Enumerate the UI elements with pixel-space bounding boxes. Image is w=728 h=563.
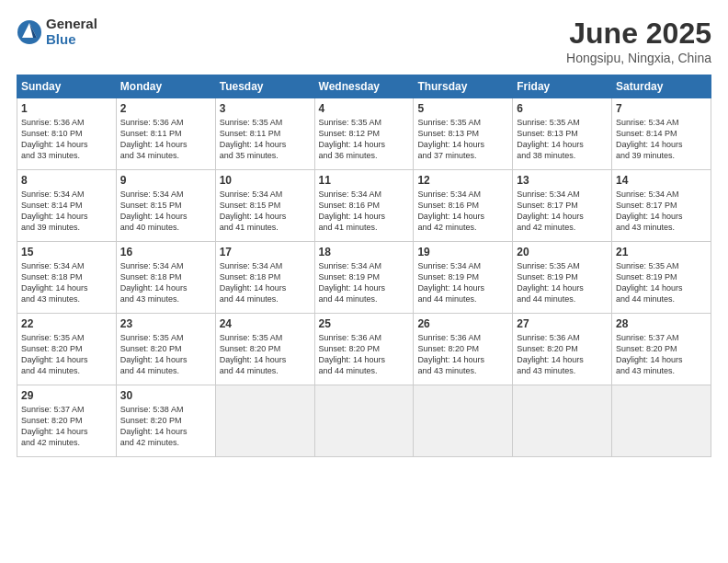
table-row: 15Sunrise: 5:34 AMSunset: 8:18 PMDayligh…	[17, 242, 117, 314]
day-number: 26	[417, 317, 508, 330]
day-number: 6	[517, 102, 608, 115]
day-info: Sunrise: 5:35 AMSunset: 8:19 PMDaylight:…	[517, 261, 584, 304]
day-number: 23	[120, 317, 211, 330]
table-row: 22Sunrise: 5:35 AMSunset: 8:20 PMDayligh…	[17, 314, 117, 385]
day-number: 17	[220, 246, 311, 259]
table-row: 10Sunrise: 5:34 AMSunset: 8:15 PMDayligh…	[215, 170, 314, 242]
header-sunday: Sunday	[17, 75, 117, 98]
day-info: Sunrise: 5:34 AMSunset: 8:15 PMDaylight:…	[220, 190, 287, 232]
table-row: 23Sunrise: 5:35 AMSunset: 8:20 PMDayligh…	[116, 314, 215, 385]
day-info: Sunrise: 5:34 AMSunset: 8:17 PMDaylight:…	[517, 190, 584, 232]
day-info: Sunrise: 5:35 AMSunset: 8:19 PMDaylight:…	[616, 261, 683, 304]
day-number: 2	[120, 102, 211, 115]
table-row: 13Sunrise: 5:34 AMSunset: 8:17 PMDayligh…	[513, 170, 612, 242]
table-row: 6Sunrise: 5:35 AMSunset: 8:13 PMDaylight…	[513, 98, 612, 170]
table-row: 28Sunrise: 5:37 AMSunset: 8:20 PMDayligh…	[612, 314, 711, 385]
title-block: June 2025 Hongsipu, Ningxia, China	[566, 17, 711, 65]
day-info: Sunrise: 5:34 AMSunset: 8:18 PMDaylight:…	[220, 261, 287, 304]
day-info: Sunrise: 5:35 AMSunset: 8:13 PMDaylight:…	[517, 118, 584, 160]
header-wednesday: Wednesday	[314, 75, 414, 98]
table-row: 27Sunrise: 5:36 AMSunset: 8:20 PMDayligh…	[513, 314, 612, 385]
calendar-week-2: 8Sunrise: 5:34 AMSunset: 8:14 PMDaylight…	[17, 170, 711, 242]
day-info: Sunrise: 5:34 AMSunset: 8:16 PMDaylight:…	[319, 190, 386, 232]
day-number: 18	[319, 246, 410, 259]
table-row	[513, 385, 612, 457]
day-number: 4	[319, 102, 410, 115]
table-row: 7Sunrise: 5:34 AMSunset: 8:14 PMDaylight…	[612, 98, 711, 170]
day-number: 5	[417, 102, 508, 115]
month-title: June 2025	[566, 17, 711, 51]
day-number: 28	[616, 317, 707, 330]
calendar-header-row: Sunday Monday Tuesday Wednesday Thursday…	[17, 75, 711, 98]
header-tuesday: Tuesday	[215, 75, 314, 98]
table-row: 4Sunrise: 5:35 AMSunset: 8:12 PMDaylight…	[314, 98, 414, 170]
table-row: 17Sunrise: 5:34 AMSunset: 8:18 PMDayligh…	[215, 242, 314, 314]
logo-icon	[17, 19, 42, 45]
day-number: 8	[21, 174, 112, 187]
day-info: Sunrise: 5:34 AMSunset: 8:19 PMDaylight:…	[417, 261, 484, 304]
logo: General Blue	[17, 17, 97, 47]
location: Hongsipu, Ningxia, China	[566, 51, 711, 65]
day-number: 30	[120, 389, 211, 402]
day-info: Sunrise: 5:35 AMSunset: 8:20 PMDaylight:…	[120, 333, 188, 375]
table-row	[314, 385, 414, 457]
day-number: 25	[319, 317, 410, 330]
day-info: Sunrise: 5:35 AMSunset: 8:20 PMDaylight:…	[21, 333, 88, 375]
day-info: Sunrise: 5:34 AMSunset: 8:18 PMDaylight:…	[21, 261, 88, 304]
day-number: 19	[417, 246, 508, 259]
day-info: Sunrise: 5:37 AMSunset: 8:20 PMDaylight:…	[616, 333, 683, 375]
logo-general: General	[46, 17, 97, 32]
logo-text: General Blue	[46, 17, 97, 47]
calendar-week-4: 22Sunrise: 5:35 AMSunset: 8:20 PMDayligh…	[17, 314, 711, 385]
header-monday: Monday	[116, 75, 215, 98]
day-info: Sunrise: 5:36 AMSunset: 8:20 PMDaylight:…	[417, 333, 484, 375]
day-info: Sunrise: 5:35 AMSunset: 8:12 PMDaylight:…	[319, 118, 386, 160]
calendar-week-3: 15Sunrise: 5:34 AMSunset: 8:18 PMDayligh…	[17, 242, 711, 314]
table-row: 19Sunrise: 5:34 AMSunset: 8:19 PMDayligh…	[414, 242, 513, 314]
table-row: 2Sunrise: 5:36 AMSunset: 8:11 PMDaylight…	[116, 98, 215, 170]
day-number: 10	[220, 174, 311, 187]
calendar-table: Sunday Monday Tuesday Wednesday Thursday…	[17, 75, 711, 457]
table-row: 20Sunrise: 5:35 AMSunset: 8:19 PMDayligh…	[513, 242, 612, 314]
table-row	[215, 385, 314, 457]
table-row: 8Sunrise: 5:34 AMSunset: 8:14 PMDaylight…	[17, 170, 117, 242]
day-number: 20	[517, 246, 608, 259]
day-number: 12	[417, 174, 508, 187]
day-info: Sunrise: 5:38 AMSunset: 8:20 PMDaylight:…	[120, 405, 188, 447]
day-info: Sunrise: 5:34 AMSunset: 8:15 PMDaylight:…	[120, 190, 188, 232]
day-number: 22	[21, 317, 112, 330]
day-info: Sunrise: 5:35 AMSunset: 8:11 PMDaylight:…	[220, 118, 287, 160]
day-number: 24	[220, 317, 311, 330]
day-info: Sunrise: 5:36 AMSunset: 8:10 PMDaylight:…	[21, 118, 88, 160]
table-row: 5Sunrise: 5:35 AMSunset: 8:13 PMDaylight…	[414, 98, 513, 170]
calendar-week-1: 1Sunrise: 5:36 AMSunset: 8:10 PMDaylight…	[17, 98, 711, 170]
day-number: 9	[120, 174, 211, 187]
table-row: 26Sunrise: 5:36 AMSunset: 8:20 PMDayligh…	[414, 314, 513, 385]
table-row: 1Sunrise: 5:36 AMSunset: 8:10 PMDaylight…	[17, 98, 117, 170]
day-number: 7	[616, 102, 707, 115]
day-info: Sunrise: 5:34 AMSunset: 8:14 PMDaylight:…	[616, 118, 683, 160]
table-row: 14Sunrise: 5:34 AMSunset: 8:17 PMDayligh…	[612, 170, 711, 242]
table-row: 18Sunrise: 5:34 AMSunset: 8:19 PMDayligh…	[314, 242, 414, 314]
day-number: 21	[616, 246, 707, 259]
calendar-week-5: 29Sunrise: 5:37 AMSunset: 8:20 PMDayligh…	[17, 385, 711, 457]
day-number: 1	[21, 102, 112, 115]
table-row: 25Sunrise: 5:36 AMSunset: 8:20 PMDayligh…	[314, 314, 414, 385]
header-saturday: Saturday	[612, 75, 711, 98]
day-number: 15	[21, 246, 112, 259]
logo-blue: Blue	[46, 32, 97, 48]
day-number: 11	[319, 174, 410, 187]
table-row	[414, 385, 513, 457]
table-row: 3Sunrise: 5:35 AMSunset: 8:11 PMDaylight…	[215, 98, 314, 170]
day-info: Sunrise: 5:34 AMSunset: 8:18 PMDaylight:…	[120, 261, 188, 304]
day-info: Sunrise: 5:37 AMSunset: 8:20 PMDaylight:…	[21, 405, 88, 447]
day-info: Sunrise: 5:34 AMSunset: 8:17 PMDaylight:…	[616, 190, 683, 232]
table-row: 30Sunrise: 5:38 AMSunset: 8:20 PMDayligh…	[116, 385, 215, 457]
page-container: General Blue June 2025 Hongsipu, Ningxia…	[0, 0, 728, 563]
day-number: 13	[517, 174, 608, 187]
day-number: 16	[120, 246, 211, 259]
table-row: 16Sunrise: 5:34 AMSunset: 8:18 PMDayligh…	[116, 242, 215, 314]
day-number: 3	[220, 102, 311, 115]
table-row	[612, 385, 711, 457]
table-row: 9Sunrise: 5:34 AMSunset: 8:15 PMDaylight…	[116, 170, 215, 242]
